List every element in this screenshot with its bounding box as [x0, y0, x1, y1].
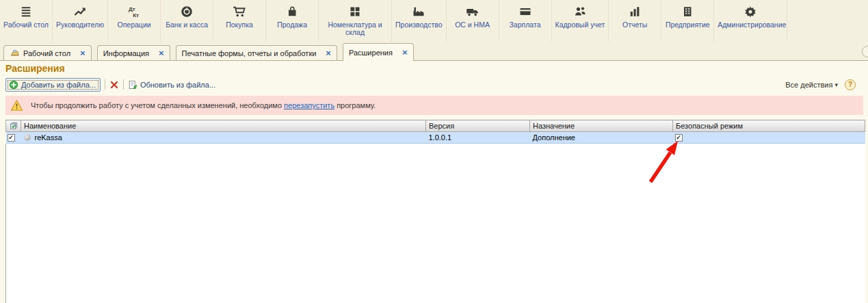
row-enabled-cell: ✓ — [6, 132, 21, 144]
tab-label: Печатные формы, отчеты и обработки — [182, 49, 317, 57]
add-icon — [9, 80, 18, 90]
restart-warning-banner: Чтобы продолжить работу с учетом сделанн… — [5, 96, 863, 115]
ribbon-item-fixed-assets[interactable]: ОС и НМА — [447, 0, 499, 42]
ribbon-item-label: Администрирование — [718, 21, 783, 29]
trend-icon — [73, 5, 87, 18]
column-header-version[interactable]: Версия — [426, 120, 530, 132]
cart-icon — [233, 5, 246, 18]
tab-label: Информация — [103, 49, 149, 57]
ribbon-item-label: Рабочий стол — [3, 21, 49, 29]
menu-icon — [19, 5, 33, 18]
all-actions-button[interactable]: Все действия ▾ — [785, 81, 838, 89]
ribbon-item-label: ОС и НМА — [455, 21, 490, 29]
gear-icon — [744, 5, 757, 18]
extension-name: reKassa — [35, 133, 62, 142]
table-header-row: Наименование Версия Назначение Безопасны… — [6, 120, 865, 132]
delete-button[interactable] — [109, 80, 119, 90]
page-title: Расширения — [5, 63, 868, 75]
extension-purpose: Дополнение — [533, 133, 575, 142]
row-enabled-checkbox[interactable]: ✓ — [8, 134, 15, 142]
row-purpose-cell: Дополнение — [530, 132, 673, 144]
ribbon-item-manager[interactable]: Руководителю — [53, 0, 108, 42]
ribbon-item-label: Производство — [395, 21, 442, 29]
extensions-page: Расширения Добавить из файла... Обновить… — [0, 61, 868, 303]
ribbon-item-reports[interactable]: Отчеты — [609, 0, 661, 42]
column-header-purpose[interactable]: Назначение — [530, 120, 673, 132]
svg-text:Кт: Кт — [133, 12, 139, 18]
ribbon-item-label: Руководителю — [56, 21, 104, 29]
tab-label: Расширения — [349, 49, 393, 57]
warning-text-after: программу. — [334, 101, 376, 109]
ribbon-item-purchase[interactable]: Покупка — [213, 0, 266, 42]
toolbar: Добавить из файла... Обновить из файла..… — [5, 77, 863, 92]
close-icon[interactable]: × — [80, 50, 86, 57]
row-safe-mode-cell: ✓ — [673, 132, 865, 144]
coin-icon — [180, 5, 194, 18]
toolbar-separator — [123, 79, 124, 90]
people-icon — [573, 5, 587, 18]
tab-bar: Рабочий стол × Информация × Печатные фор… — [0, 42, 868, 61]
extension-version: 1.0.0.1 — [429, 133, 452, 142]
ribbon-item-label: Операции — [118, 21, 151, 29]
ribbon-item-label: Кадровый учет — [555, 21, 605, 29]
ribbon-item-sales[interactable]: Продажа — [266, 0, 319, 42]
ribbon-item-label: Предприятие — [666, 21, 710, 29]
ribbon: Рабочий стол Руководителю ДтКт Операции … — [0, 0, 868, 42]
all-actions-label: Все действия — [785, 81, 832, 89]
ribbon-item-label: Банк и касса — [166, 21, 208, 29]
factory-icon — [412, 5, 425, 18]
add-from-file-button[interactable]: Добавить из файла... — [5, 78, 101, 92]
ribbon-item-salary[interactable]: Зарплата — [499, 0, 552, 42]
safe-mode-checkbox[interactable]: ✓ — [675, 134, 683, 142]
extension-sphere-icon — [24, 134, 31, 141]
update-from-file-button[interactable]: Обновить из файла... — [128, 80, 215, 90]
ribbon-item-production[interactable]: Производство — [392, 0, 446, 42]
column-header-safe-mode[interactable]: Безопасный режим — [673, 120, 865, 132]
ribbon-item-nomenclature[interactable]: Номенклатура и склад — [319, 0, 392, 42]
ribbon-item-label: Отчеты — [622, 21, 647, 29]
card-icon — [518, 5, 532, 18]
ribbon-item-label: Зарплата — [510, 21, 541, 29]
desktop-icon — [10, 48, 20, 58]
building-icon — [681, 5, 694, 18]
column-header-name[interactable]: Наименование — [21, 120, 426, 132]
ribbon-item-label: Покупка — [226, 21, 253, 29]
close-icon[interactable]: × — [326, 50, 331, 57]
row-name-cell: reKassa — [21, 132, 426, 144]
table-row-rekassa[interactable]: ✓ reKassa 1.0.0.1 Дополнение ✓ — [6, 132, 865, 144]
extensions-table: Наименование Версия Назначение Безопасны… — [5, 120, 865, 303]
ribbon-item-label: Продажа — [277, 21, 307, 29]
tab-extensions[interactable]: Расширения × — [343, 43, 414, 61]
ribbon-item-desktop[interactable]: Рабочий стол — [0, 0, 53, 42]
ribbon-item-operations[interactable]: ДтКт Операции — [108, 0, 161, 42]
ribbon-item-bank-cash[interactable]: Банк и касса — [161, 0, 213, 42]
tab-overflow-button[interactable] — [862, 46, 868, 57]
warning-icon — [10, 99, 23, 111]
truck-icon — [466, 5, 479, 18]
warning-text-before: Чтобы продолжить работу с учетом сделанн… — [31, 101, 284, 109]
tab-label: Рабочий стол — [23, 49, 70, 57]
update-from-file-label: Обновить из файла... — [140, 81, 215, 89]
update-file-icon — [128, 80, 137, 90]
select-all-icon — [9, 121, 18, 131]
add-from-file-label: Добавить из файла... — [21, 81, 96, 89]
help-button[interactable]: ? — [845, 79, 856, 90]
ribbon-item-label: Номенклатура и склад — [322, 21, 388, 36]
tab-printed-forms[interactable]: Печатные формы, отчеты и обработки × — [176, 45, 337, 60]
row-version-cell: 1.0.0.1 — [426, 132, 530, 144]
warning-text: Чтобы продолжить работу с учетом сделанн… — [31, 101, 376, 109]
restart-link[interactable]: перезапустить — [284, 101, 334, 109]
ribbon-item-enterprise[interactable]: Предприятие — [661, 0, 714, 42]
grid-icon — [348, 5, 362, 18]
toolbar-right: Все действия ▾ ? — [785, 79, 863, 90]
close-icon[interactable]: × — [159, 50, 164, 57]
select-column-header[interactable] — [6, 120, 21, 132]
toolbar-separator — [105, 79, 105, 90]
tab-information[interactable]: Информация × — [97, 45, 170, 60]
close-icon[interactable]: × — [402, 49, 408, 56]
delete-x-icon — [109, 80, 119, 90]
tab-desktop[interactable]: Рабочий стол × — [3, 45, 92, 60]
ribbon-item-hr[interactable]: Кадровый учет — [552, 0, 609, 42]
svg-text:Дт: Дт — [129, 6, 135, 12]
ribbon-item-administration[interactable]: Администрирование — [714, 0, 787, 42]
